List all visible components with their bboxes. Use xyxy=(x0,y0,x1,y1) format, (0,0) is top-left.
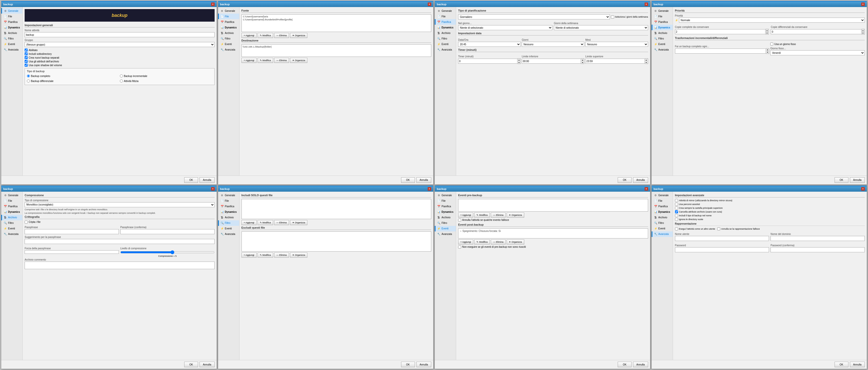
modifica-btn-fonte[interactable]: ✎ Modifica xyxy=(257,33,273,38)
sidebar-item-filtro-1[interactable]: 🔍 Filtro xyxy=(1,36,22,41)
sidebar-item-pianifica-2[interactable]: 📅 Pianifica xyxy=(218,19,239,25)
sidebar-item-file-4[interactable]: 📄 File xyxy=(652,13,673,19)
sidebar-item-file-3[interactable]: 📄 File xyxy=(435,13,456,19)
ok-button-4[interactable]: OK xyxy=(835,177,848,183)
sidebar-item-filtro-3[interactable]: 🔍 Filtro xyxy=(435,36,456,41)
sidebar-item-eventi-5[interactable]: ⚡ Eventi xyxy=(1,226,22,231)
passphrase-confirm-input[interactable] xyxy=(120,229,215,234)
ignora-vuote-check[interactable] xyxy=(675,218,678,221)
modifica-escludi-btn[interactable]: ✎ Modifica xyxy=(257,253,273,258)
sidebar-item-pianifica-7[interactable]: 📅 Pianifica xyxy=(435,204,456,209)
annulla-evento-row[interactable]: Annulla l'attività se qualche evento fal… xyxy=(458,219,648,222)
ok-button-3[interactable]: OK xyxy=(618,177,631,183)
close-button-1[interactable]: ✕ xyxy=(211,2,215,6)
nome-utente-input[interactable] xyxy=(675,236,769,241)
sidebar-item-dynamics-5[interactable]: 📊 Dynamics xyxy=(1,209,22,215)
sidebar-item-pianifica-6[interactable]: 📅 Pianifica xyxy=(218,204,239,209)
mesi-select[interactable]: Nessuno xyxy=(585,42,648,47)
sidebar-item-archivio-6[interactable]: 🗜 Archivio xyxy=(218,215,239,220)
close-button-2[interactable]: ✕ xyxy=(428,2,431,6)
ok-button-8[interactable]: OK xyxy=(835,362,848,367)
elimina-pre-btn[interactable]: — Elimina xyxy=(491,212,506,218)
password-input[interactable] xyxy=(675,247,769,252)
elimina-escludi-btn[interactable]: — Elimina xyxy=(274,253,289,258)
includi-sottodirectory-row[interactable]: Includi sottodirectory xyxy=(25,52,215,55)
cancella-attr-row[interactable]: Cancella attributo archivio (usare con c… xyxy=(675,210,865,213)
sidebar-item-avanzata-7[interactable]: 🔧 Avanzata xyxy=(435,231,456,237)
percorsi-check[interactable] xyxy=(675,203,678,206)
ignora-vuote-row[interactable]: Ignora le directory vuote xyxy=(675,218,865,221)
sidebar-item-eventi-3[interactable]: ⚡ Eventi xyxy=(435,41,456,47)
livello-slider[interactable] xyxy=(120,250,215,254)
sidebar-item-file-7[interactable]: 📄 File xyxy=(435,198,456,204)
annulla-button-8[interactable]: Annulla xyxy=(850,362,865,367)
annulla-button-1[interactable]: Annulla xyxy=(199,177,214,183)
elimina-post-btn[interactable]: — Elimina xyxy=(491,239,506,245)
crea-nuovi-row[interactable]: Crea nuovi backup separati xyxy=(25,56,215,59)
copie-diff-up[interactable]: ▲ xyxy=(862,29,865,32)
sidebar-item-file-8[interactable]: 📄 File xyxy=(652,198,673,204)
tipo-backup-nome-row[interactable]: Includi il tipo di backup nel nome xyxy=(675,214,865,217)
nome-dominio-input[interactable] xyxy=(771,236,865,241)
elimina-btn-fonte[interactable]: — Elimina xyxy=(274,33,289,38)
gruppo-select[interactable]: (Nessun gruppo) xyxy=(25,42,215,47)
tipo-comp-select[interactable]: Monolitico (sconsigliato) xyxy=(25,202,215,207)
sidebar-item-generale-1[interactable]: ⚙ Generale xyxy=(1,8,22,13)
aggiungi-escludi-btn[interactable]: + Aggiungi xyxy=(242,253,256,258)
usa-attributi-check[interactable] xyxy=(25,60,28,63)
radio-incrementale-input[interactable] xyxy=(120,75,123,78)
copie-complete-down[interactable]: ▼ xyxy=(766,32,769,34)
sidebar-item-file-1[interactable]: 📄 File xyxy=(1,13,22,19)
annulla-button-5[interactable]: Annulla xyxy=(199,362,214,367)
annulla-rappr-check[interactable] xyxy=(717,227,720,230)
ok-button-1[interactable]: OK xyxy=(184,177,198,183)
crea-nuovi-check[interactable] xyxy=(25,56,28,59)
sidebar-item-eventi-6[interactable]: ⚡ Eventi xyxy=(218,226,239,231)
timer-input[interactable] xyxy=(458,59,518,64)
sidebar-item-dynamics-7[interactable]: 📊 Dynamics xyxy=(435,209,456,215)
organizza-post-btn[interactable]: ✦ Organizza xyxy=(507,239,524,245)
copie-diff-down[interactable]: ▼ xyxy=(862,32,865,34)
nel-giorno-select[interactable]: Niente di selezionato xyxy=(458,25,552,30)
aggiungi-pre-btn[interactable]: + Aggiungi xyxy=(458,212,473,218)
esegui-altro-row[interactable]: Esegui l'attività come un altro utente xyxy=(675,227,715,230)
sidebar-item-file-6[interactable]: 📄 File xyxy=(218,198,239,204)
radio-fittizia-input[interactable] xyxy=(120,80,123,83)
modifica-pre-btn[interactable]: ✎ Modifica xyxy=(474,212,490,218)
giorni-select[interactable]: Nessuno xyxy=(522,42,584,47)
priorita-select[interactable]: Normale xyxy=(679,18,865,23)
sidebar-item-avanzata-8[interactable]: 🔧 Avanzata xyxy=(652,231,673,237)
sidebar-item-filtro-8[interactable]: 🔍 Filtro xyxy=(652,220,673,226)
sidebar-item-filtro-7[interactable]: 🔍 Filtro xyxy=(435,220,456,226)
radio-completo-input[interactable] xyxy=(27,75,30,78)
aggiungi-btn-fonte[interactable]: + Aggiungi xyxy=(242,33,256,38)
esegui-altro-check[interactable] xyxy=(675,227,678,230)
passphrase-input[interactable] xyxy=(25,229,119,234)
sidebar-item-avanzata-1[interactable]: 🔧 Avanzata xyxy=(1,47,22,52)
limite-inf-input[interactable] xyxy=(522,59,581,64)
elimina-includi-btn[interactable]: — Elimina xyxy=(274,220,289,225)
copie-diff-input[interactable] xyxy=(771,29,862,34)
limite-inf-up[interactable]: ▲ xyxy=(581,59,584,61)
sidebar-item-eventi-7[interactable]: ⚡ Eventi xyxy=(435,226,456,231)
sidebar-item-dynamics-3[interactable]: 📊 Dynamics xyxy=(435,25,456,30)
password-confirm-input[interactable] xyxy=(771,247,865,252)
organizza-pre-btn[interactable]: ✦ Organizza xyxy=(507,212,524,218)
close-button-8[interactable]: ✕ xyxy=(861,187,865,191)
radio-differenziale-input[interactable] xyxy=(27,80,30,83)
cripta-check[interactable] xyxy=(25,221,28,224)
limite-sup-down[interactable]: ▼ xyxy=(645,61,648,64)
sidebar-item-avanzata-4[interactable]: 🔧 Avanzata xyxy=(652,47,673,52)
commento-input[interactable] xyxy=(25,262,215,269)
organizza-includi-btn[interactable]: ✦ Organizza xyxy=(290,220,308,225)
seleziona-giorni-check[interactable] xyxy=(611,15,614,19)
backup-ogni-input[interactable] xyxy=(675,49,766,54)
sidebar-item-generale-8[interactable]: ⚙ Generale xyxy=(652,193,673,198)
radio-completo[interactable]: Backup completo xyxy=(27,75,119,78)
percorsi-row[interactable]: Usa percorsi assoluti xyxy=(675,203,865,206)
giorno-fisso-select[interactable]: Venerdì xyxy=(770,50,865,55)
close-button-6[interactable]: ✕ xyxy=(428,187,431,191)
sidebar-item-pianifica-1[interactable]: 📅 Pianifica xyxy=(1,19,22,25)
sidebar-item-generale-3[interactable]: ⚙ Generale xyxy=(435,8,456,13)
organizza-escludi-btn[interactable]: ✦ Organizza xyxy=(290,253,308,258)
